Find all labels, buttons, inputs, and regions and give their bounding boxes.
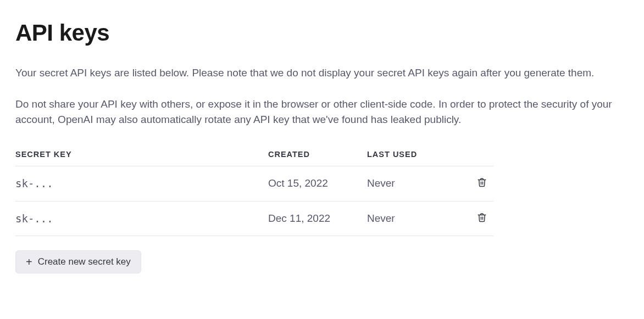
table-row: sk-... Oct 15, 2022 Never — [15, 166, 493, 202]
intro-text-1: Your secret API keys are listed below. P… — [15, 65, 625, 81]
create-secret-key-button[interactable]: + Create new secret key — [15, 250, 141, 273]
trash-icon — [477, 177, 487, 189]
cell-secret-key: sk-... — [15, 166, 268, 202]
intro-text-2: Do not share your API key with others, o… — [15, 97, 625, 128]
col-header-created: CREATED — [268, 143, 367, 166]
trash-icon — [477, 212, 487, 224]
cell-last-used: Never — [367, 166, 460, 202]
api-keys-table: SECRET KEY CREATED LAST USED sk-... Oct … — [15, 143, 493, 237]
table-row: sk-... Dec 11, 2022 Never — [15, 201, 493, 236]
page-title: API keys — [15, 15, 629, 50]
cell-created: Oct 15, 2022 — [268, 166, 367, 202]
cell-created: Dec 11, 2022 — [268, 201, 367, 236]
cell-secret-key: sk-... — [15, 201, 268, 236]
col-header-actions — [460, 143, 493, 166]
plus-icon: + — [26, 256, 32, 267]
col-header-secret-key: SECRET KEY — [15, 143, 268, 166]
cell-last-used: Never — [367, 201, 460, 236]
col-header-last-used: LAST USED — [367, 143, 460, 166]
delete-key-button[interactable] — [475, 175, 489, 191]
create-button-label: Create new secret key — [38, 256, 131, 267]
delete-key-button[interactable] — [475, 210, 489, 226]
